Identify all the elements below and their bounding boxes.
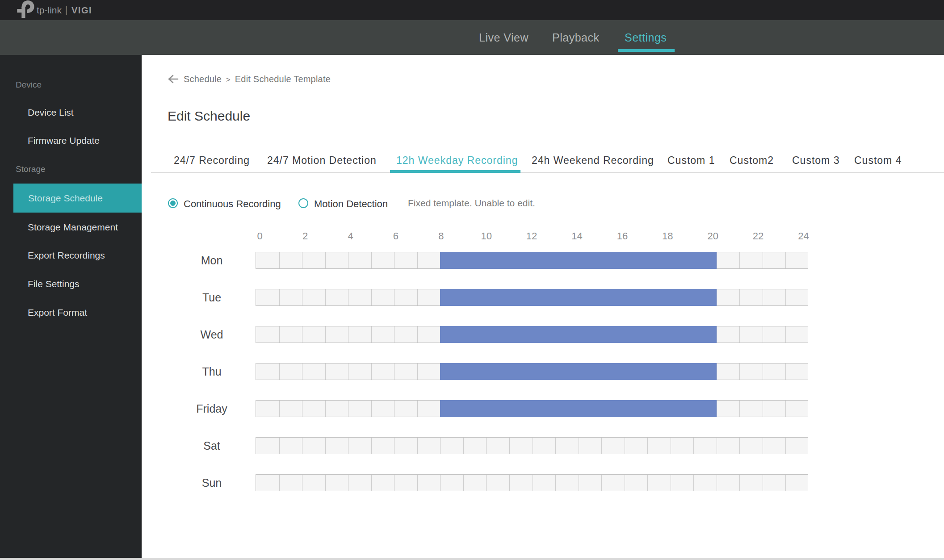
svg-text:|: | [65, 5, 67, 15]
svg-text:VIGI: VIGI [71, 5, 92, 15]
svg-text:tp-link: tp-link [37, 5, 62, 15]
